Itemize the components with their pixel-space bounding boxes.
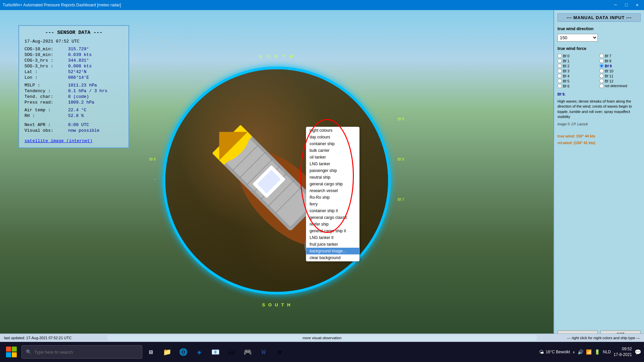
bf1-option[interactable]: Bf 1: [557, 59, 599, 63]
game-icon: 🎮: [244, 348, 252, 356]
battery-icon[interactable]: 🔋: [594, 349, 600, 355]
menu-item-fruit-juice[interactable]: fruit juice tanker: [306, 241, 359, 248]
system-tray: 🌤 16°C Bewolkt ∧ 🔊 📶 🔋 NLD 09:52 17-8-20…: [539, 346, 641, 358]
weather-icon: 🌤: [539, 349, 544, 355]
menu-item-ferry[interactable]: ferry: [306, 201, 359, 207]
bf-description-text: High waves; dense streaks of foam along …: [557, 99, 641, 120]
maximize-button[interactable]: □: [622, 1, 630, 9]
task-view-icon: ⊞: [149, 348, 153, 356]
bf0-option[interactable]: Bf 0: [557, 54, 599, 58]
bf-description-title: Bf 9.: [557, 92, 641, 96]
menu-item-background-image[interactable]: background image...: [306, 248, 359, 254]
explorer-icon: 🗂: [228, 348, 235, 356]
word-icon: W: [262, 348, 266, 356]
files-icon: 📁: [163, 348, 171, 356]
window-title: TurboWin+ Automated Pressure Reports Das…: [3, 3, 121, 7]
clock[interactable]: 09:52 17-8-2021: [613, 346, 632, 358]
bf4-option[interactable]: Bf 4: [557, 74, 599, 78]
clock-time: 09:52: [613, 346, 632, 352]
speaker-icon[interactable]: 🔊: [578, 349, 583, 355]
satellite-link[interactable]: satellite image (internet): [24, 138, 93, 143]
sensor-panel: --- SENSOR DATA --- 17-Aug-2021 07:52 UT…: [18, 25, 129, 148]
bf2-option[interactable]: Bf 2: [557, 64, 599, 68]
taskbar-explorer-button[interactable]: 🗂: [224, 345, 239, 359]
bf9-option[interactable]: Bf 9: [599, 64, 641, 68]
menu-item-night-colours[interactable]: night colours: [306, 127, 359, 134]
context-menu[interactable]: night colours day colours container ship…: [306, 127, 360, 261]
tray-icons: 🌤 16°C Bewolkt: [539, 349, 570, 355]
right-panel: --- MANUAL DATA INPUT --- true wind dire…: [553, 10, 644, 342]
bf3-option[interactable]: Bf 3: [557, 69, 599, 73]
search-bar[interactable]: 🔍: [21, 345, 142, 359]
tray-chevron[interactable]: ∧: [573, 350, 575, 354]
bf12-option[interactable]: Bf 12: [599, 79, 641, 83]
bf6-option[interactable]: Bf 6: [557, 84, 599, 88]
language-indicator[interactable]: NLD: [603, 350, 611, 354]
start-button[interactable]: [3, 343, 20, 361]
bf7-option[interactable]: Bf 7: [599, 54, 641, 58]
windows-icon: [6, 347, 17, 357]
bf8-option[interactable]: Bf 8: [599, 59, 641, 63]
network-icon[interactable]: 📶: [586, 349, 592, 355]
rel-wind-result: rel.wind: (150° 41 kts): [557, 141, 641, 145]
sensor-panel-title: --- SENSOR DATA ---: [24, 30, 123, 36]
bf11-option[interactable]: Bf 11: [599, 74, 641, 78]
bf10-option[interactable]: Bf 10: [599, 69, 641, 73]
bf5-option[interactable]: Bf 5: [557, 79, 599, 83]
radar-area[interactable]: --- SENSOR DATA --- 17-Aug-2021 07:52 UT…: [0, 10, 553, 342]
menu-item-day-colours[interactable]: day colours: [306, 134, 359, 140]
taskbar-browser-button[interactable]: 🌐: [176, 345, 191, 359]
menu-item-reefer[interactable]: reefer ship: [306, 221, 359, 228]
menu-item-oil-tanker[interactable]: oil tanker: [306, 154, 359, 161]
titlebar: TurboWin+ Automated Pressure Reports Das…: [0, 0, 644, 10]
menu-item-lng-tanker[interactable]: LNG tanker: [306, 161, 359, 167]
menu-item-research-vessel[interactable]: research vessel: [306, 187, 359, 194]
taskbar-outlook-button[interactable]: 📧: [208, 345, 223, 359]
wind-direction-select[interactable]: 150: [557, 34, 598, 42]
clock-date: 17-8-2021: [613, 352, 632, 358]
menu-item-lng-ii[interactable]: LNG tanker II: [306, 234, 359, 241]
status-right-hint: --- right click for night colors and shi…: [537, 336, 644, 340]
menu-item-general-cargo[interactable]: general cargo ship: [306, 181, 359, 187]
menu-item-neutral-ship[interactable]: neutral ship: [306, 174, 359, 181]
outlook-icon: 📧: [211, 348, 220, 356]
browser-icon: 🌐: [179, 348, 187, 356]
main-area: --- SENSOR DATA --- 17-Aug-2021 07:52 UT…: [0, 10, 644, 342]
menu-item-general-cargo-ii[interactable]: general cargo ship II: [306, 228, 359, 234]
manual-input-title: --- MANUAL DATA INPUT ---: [557, 13, 641, 22]
not-determined-option[interactable]: not determined: [599, 84, 641, 88]
task-view-button[interactable]: ⊞: [144, 345, 158, 359]
menu-item-container-ship[interactable]: container ship: [306, 140, 359, 147]
taskbar-files-button[interactable]: 📁: [160, 345, 174, 359]
menu-item-clear-background[interactable]: clear background: [306, 254, 359, 261]
taskbar-word-button[interactable]: W: [256, 345, 271, 359]
true-wind-result: true wind: 150° 44 kts: [557, 134, 641, 138]
search-input[interactable]: [34, 350, 128, 355]
wind-force-label: true wind force: [557, 46, 641, 51]
taskbar: 🔍 ⊞ 📁 🌐 ◈ 📧 🗂 🎮 W ⚙ 🌤 16°C Bewolkt ∧ 🔊 📶: [0, 342, 644, 362]
close-button[interactable]: ✕: [633, 1, 641, 9]
taskbar-game-button[interactable]: 🎮: [240, 345, 255, 359]
search-icon: 🔍: [26, 349, 32, 355]
minimize-button[interactable]: ─: [611, 1, 620, 9]
sensor-datetime-row: 17-Aug-2021 07:52 UTC: [24, 39, 123, 44]
window-controls: ─ □ ✕: [611, 1, 641, 9]
beaufort-scale-grid: Bf 0 Bf 7 Bf 1 Bf 8 Bf 2 Bf 9 Bf 3 Bf 1: [557, 54, 641, 88]
status-last-updated: last updated: 17-Aug-2021 07:52:21 UTC: [0, 336, 107, 340]
status-more-visual[interactable]: more visual observation: [107, 335, 537, 341]
menu-item-general-cargo-classic[interactable]: general cargo classic: [306, 214, 359, 221]
image-credit: image © J.P. Lacock: [557, 122, 641, 126]
menu-item-bulk-carrier[interactable]: bulk carrier: [306, 147, 359, 154]
statusbar: last updated: 17-Aug-2021 07:52:21 UTC m…: [0, 334, 644, 342]
wind-direction-label: true wind direction: [557, 26, 641, 31]
edge-icon: ◈: [197, 348, 201, 356]
taskbar-edge-button[interactable]: ◈: [192, 345, 207, 359]
notification-icon[interactable]: 💬: [635, 349, 641, 355]
menu-item-container-ship-ii[interactable]: container ship II: [306, 207, 359, 214]
menu-item-ro-ro[interactable]: Ro-Ro ship: [306, 194, 359, 201]
app-icon: ⚙: [278, 348, 282, 356]
menu-item-passenger-ship[interactable]: passenger ship: [306, 167, 359, 174]
sensor-datetime: 17-Aug-2021 07:52 UTC: [24, 39, 79, 44]
taskbar-app-button[interactable]: ⚙: [272, 345, 287, 359]
weather-text: 16°C Bewolkt: [546, 350, 570, 354]
